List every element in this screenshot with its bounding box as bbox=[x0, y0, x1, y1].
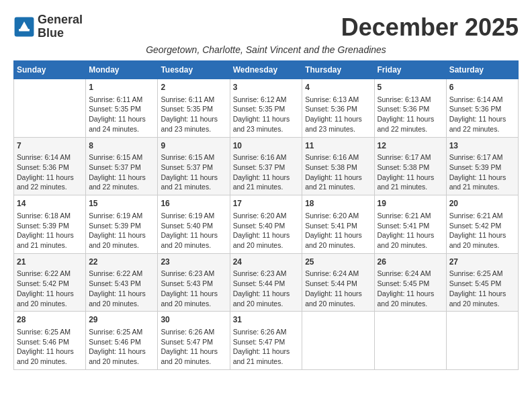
day-number: 2 bbox=[161, 82, 226, 93]
logo-icon bbox=[13, 16, 35, 38]
month-title: December 2025 bbox=[341, 13, 519, 42]
day-number: 5 bbox=[378, 82, 443, 93]
week-row-3: 21Sunrise: 6:22 AM Sunset: 5:42 PM Dayli… bbox=[14, 253, 519, 312]
day-info: Sunrise: 6:17 AM Sunset: 5:38 PM Dayligh… bbox=[378, 152, 443, 192]
day-info: Sunrise: 6:23 AM Sunset: 5:43 PM Dayligh… bbox=[161, 269, 226, 308]
day-info: Sunrise: 6:17 AM Sunset: 5:39 PM Dayligh… bbox=[449, 152, 515, 192]
header-wednesday: Wednesday bbox=[230, 61, 302, 79]
day-number: 9 bbox=[161, 140, 226, 152]
day-info: Sunrise: 6:24 AM Sunset: 5:44 PM Dayligh… bbox=[305, 269, 371, 308]
logo-line2: Blue bbox=[38, 27, 83, 40]
day-info: Sunrise: 6:19 AM Sunset: 5:40 PM Dayligh… bbox=[161, 211, 226, 250]
day-info: Sunrise: 6:16 AM Sunset: 5:38 PM Dayligh… bbox=[305, 152, 371, 192]
day-cell: 9Sunrise: 6:15 AM Sunset: 5:37 PM Daylig… bbox=[158, 137, 230, 195]
day-cell: 8Sunrise: 6:15 AM Sunset: 5:37 PM Daylig… bbox=[86, 137, 158, 195]
week-row-2: 14Sunrise: 6:18 AM Sunset: 5:39 PM Dayli… bbox=[14, 195, 519, 254]
day-cell: 1Sunrise: 6:11 AM Sunset: 5:35 PM Daylig… bbox=[86, 79, 158, 138]
day-info: Sunrise: 6:15 AM Sunset: 5:37 PM Dayligh… bbox=[89, 152, 154, 192]
day-info: Sunrise: 6:19 AM Sunset: 5:39 PM Dayligh… bbox=[89, 211, 154, 250]
header-saturday: Saturday bbox=[446, 61, 518, 79]
day-info: Sunrise: 6:26 AM Sunset: 5:47 PM Dayligh… bbox=[233, 327, 300, 367]
day-number: 15 bbox=[89, 198, 154, 210]
day-info: Sunrise: 6:12 AM Sunset: 5:35 PM Dayligh… bbox=[233, 95, 300, 134]
day-cell: 31Sunrise: 6:26 AM Sunset: 5:47 PM Dayli… bbox=[230, 312, 302, 370]
day-cell bbox=[374, 312, 446, 370]
day-info: Sunrise: 6:21 AM Sunset: 5:42 PM Dayligh… bbox=[449, 211, 515, 250]
week-row-0: 1Sunrise: 6:11 AM Sunset: 5:35 PM Daylig… bbox=[14, 79, 519, 138]
day-cell: 16Sunrise: 6:19 AM Sunset: 5:40 PM Dayli… bbox=[158, 195, 230, 254]
day-cell: 4Sunrise: 6:13 AM Sunset: 5:36 PM Daylig… bbox=[302, 79, 374, 138]
day-number: 17 bbox=[233, 198, 300, 210]
day-cell bbox=[14, 79, 86, 138]
day-number: 22 bbox=[89, 257, 154, 268]
logo: General Blue bbox=[13, 13, 83, 40]
day-number: 25 bbox=[305, 257, 371, 268]
day-info: Sunrise: 6:20 AM Sunset: 5:41 PM Dayligh… bbox=[305, 211, 371, 250]
day-number: 12 bbox=[378, 140, 443, 152]
day-info: Sunrise: 6:24 AM Sunset: 5:45 PM Dayligh… bbox=[378, 269, 443, 308]
day-info: Sunrise: 6:26 AM Sunset: 5:47 PM Dayligh… bbox=[161, 327, 226, 367]
day-number: 27 bbox=[449, 257, 515, 268]
day-number: 20 bbox=[449, 198, 515, 210]
day-info: Sunrise: 6:23 AM Sunset: 5:44 PM Dayligh… bbox=[233, 269, 300, 308]
day-number: 23 bbox=[161, 257, 226, 268]
day-cell: 22Sunrise: 6:22 AM Sunset: 5:43 PM Dayli… bbox=[86, 253, 158, 312]
header-tuesday: Tuesday bbox=[158, 61, 230, 79]
logo-text: General Blue bbox=[38, 13, 83, 40]
day-info: Sunrise: 6:22 AM Sunset: 5:42 PM Dayligh… bbox=[17, 269, 83, 308]
day-cell: 14Sunrise: 6:18 AM Sunset: 5:39 PM Dayli… bbox=[14, 195, 86, 254]
day-cell bbox=[302, 312, 374, 370]
day-number: 14 bbox=[17, 198, 83, 210]
day-cell: 10Sunrise: 6:16 AM Sunset: 5:37 PM Dayli… bbox=[230, 137, 302, 195]
day-number: 11 bbox=[305, 140, 371, 152]
calendar-table: SundayMondayTuesdayWednesdayThursdayFrid… bbox=[13, 60, 519, 370]
day-number: 30 bbox=[161, 314, 226, 326]
logo-line1: General bbox=[38, 13, 83, 27]
day-number: 13 bbox=[449, 140, 515, 152]
day-number: 10 bbox=[233, 140, 300, 152]
day-cell: 7Sunrise: 6:14 AM Sunset: 5:36 PM Daylig… bbox=[14, 137, 86, 195]
day-cell: 12Sunrise: 6:17 AM Sunset: 5:38 PM Dayli… bbox=[374, 137, 446, 195]
day-cell: 5Sunrise: 6:13 AM Sunset: 5:36 PM Daylig… bbox=[374, 79, 446, 138]
day-cell: 18Sunrise: 6:20 AM Sunset: 5:41 PM Dayli… bbox=[302, 195, 374, 254]
day-number: 24 bbox=[233, 257, 300, 268]
day-info: Sunrise: 6:13 AM Sunset: 5:36 PM Dayligh… bbox=[378, 95, 443, 134]
day-number: 18 bbox=[305, 198, 371, 210]
header-sunday: Sunday bbox=[14, 61, 86, 79]
day-cell: 6Sunrise: 6:14 AM Sunset: 5:36 PM Daylig… bbox=[446, 79, 518, 138]
day-cell: 24Sunrise: 6:23 AM Sunset: 5:44 PM Dayli… bbox=[230, 253, 302, 312]
day-info: Sunrise: 6:21 AM Sunset: 5:41 PM Dayligh… bbox=[378, 211, 443, 250]
day-info: Sunrise: 6:25 AM Sunset: 5:45 PM Dayligh… bbox=[449, 269, 515, 308]
day-cell: 2Sunrise: 6:11 AM Sunset: 5:35 PM Daylig… bbox=[158, 79, 230, 138]
day-cell: 15Sunrise: 6:19 AM Sunset: 5:39 PM Dayli… bbox=[86, 195, 158, 254]
day-cell: 23Sunrise: 6:23 AM Sunset: 5:43 PM Dayli… bbox=[158, 253, 230, 312]
header-friday: Friday bbox=[374, 61, 446, 79]
day-number: 21 bbox=[17, 257, 83, 268]
day-cell: 13Sunrise: 6:17 AM Sunset: 5:39 PM Dayli… bbox=[446, 137, 518, 195]
day-info: Sunrise: 6:13 AM Sunset: 5:36 PM Dayligh… bbox=[305, 95, 371, 134]
day-info: Sunrise: 6:11 AM Sunset: 5:35 PM Dayligh… bbox=[89, 95, 154, 134]
day-cell: 26Sunrise: 6:24 AM Sunset: 5:45 PM Dayli… bbox=[374, 253, 446, 312]
header-monday: Monday bbox=[86, 61, 158, 79]
day-number: 19 bbox=[378, 198, 443, 210]
day-info: Sunrise: 6:20 AM Sunset: 5:40 PM Dayligh… bbox=[233, 211, 300, 250]
day-info: Sunrise: 6:11 AM Sunset: 5:35 PM Dayligh… bbox=[161, 95, 226, 134]
header-thursday: Thursday bbox=[302, 61, 374, 79]
day-info: Sunrise: 6:25 AM Sunset: 5:46 PM Dayligh… bbox=[89, 327, 154, 367]
day-number: 1 bbox=[89, 82, 154, 93]
day-cell: 27Sunrise: 6:25 AM Sunset: 5:45 PM Dayli… bbox=[446, 253, 518, 312]
day-cell bbox=[446, 312, 518, 370]
day-info: Sunrise: 6:22 AM Sunset: 5:43 PM Dayligh… bbox=[89, 269, 154, 308]
day-cell: 21Sunrise: 6:22 AM Sunset: 5:42 PM Dayli… bbox=[14, 253, 86, 312]
day-cell: 17Sunrise: 6:20 AM Sunset: 5:40 PM Dayli… bbox=[230, 195, 302, 254]
day-cell: 19Sunrise: 6:21 AM Sunset: 5:41 PM Dayli… bbox=[374, 195, 446, 254]
day-number: 31 bbox=[233, 314, 300, 326]
day-number: 6 bbox=[449, 82, 515, 93]
day-number: 7 bbox=[17, 140, 83, 152]
week-row-1: 7Sunrise: 6:14 AM Sunset: 5:36 PM Daylig… bbox=[14, 137, 519, 195]
day-info: Sunrise: 6:14 AM Sunset: 5:36 PM Dayligh… bbox=[17, 152, 83, 192]
subtitle: Georgetown, Charlotte, Saint Vincent and… bbox=[13, 44, 519, 55]
day-info: Sunrise: 6:16 AM Sunset: 5:37 PM Dayligh… bbox=[233, 152, 300, 192]
day-info: Sunrise: 6:15 AM Sunset: 5:37 PM Dayligh… bbox=[161, 152, 226, 192]
svg-rect-2 bbox=[19, 29, 30, 30]
